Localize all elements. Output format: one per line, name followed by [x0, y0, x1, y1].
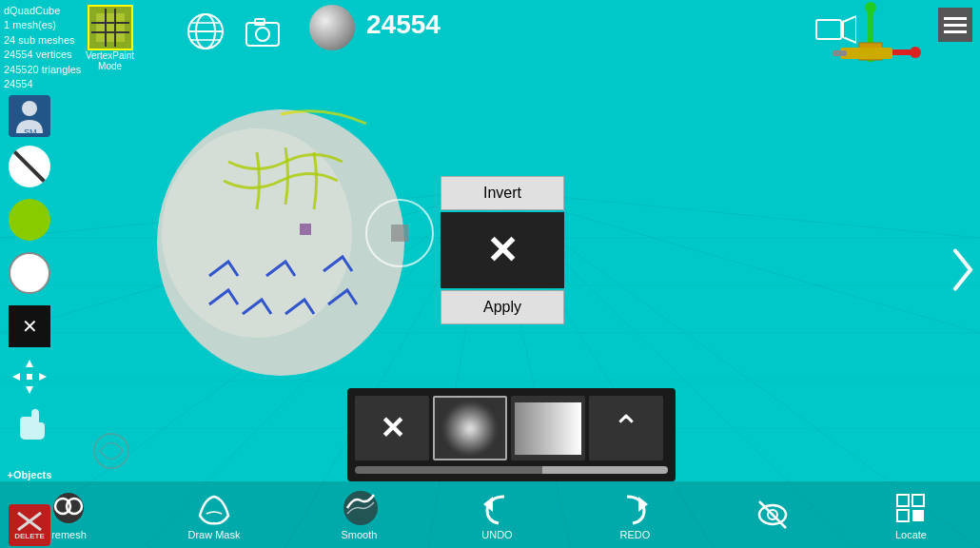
- draw-mask-icon-wrap: [195, 489, 233, 527]
- vertices: 24554 vertices: [4, 49, 72, 60]
- left-sidebar: SM ✕ +Objects: [0, 95, 59, 546]
- hand-button[interactable]: [9, 403, 50, 445]
- globe-icon-wrap[interactable]: [186, 11, 225, 55]
- info-panel: dQuadCube 1 mesh(es) 24 sub meshes 24554…: [4, 4, 81, 91]
- avatar-button[interactable]: SM: [9, 95, 50, 137]
- white-circle-button[interactable]: [6, 249, 53, 297]
- apply-button[interactable]: Apply: [441, 290, 564, 324]
- svg-rect-18: [96, 13, 125, 42]
- hamburger-line: [944, 30, 967, 33]
- svg-point-34: [865, 2, 876, 13]
- 3d-model-svg: [133, 86, 438, 381]
- svg-rect-52: [300, 224, 311, 235]
- right-chevron-icon: [950, 246, 976, 294]
- black-square-button[interactable]: ✕: [6, 303, 53, 350]
- svg-point-40: [22, 101, 37, 116]
- eye-hide-icon: [754, 496, 792, 534]
- locate-icon-wrap: [892, 489, 930, 527]
- remesh-button[interactable]: remesh: [49, 489, 88, 540]
- small-icon: [90, 430, 133, 473]
- remesh-icon-wrap: [49, 489, 88, 527]
- remesh-label: remesh: [51, 529, 87, 540]
- hide-button[interactable]: [754, 496, 792, 534]
- svg-marker-45: [39, 373, 47, 381]
- smooth-icon: [340, 487, 378, 529]
- undo-label: UNDO: [481, 529, 512, 540]
- invert-preview: ✕: [441, 212, 564, 288]
- invert-popup: Invert ✕ Apply: [441, 176, 564, 324]
- person-icon: SM: [14, 99, 45, 133]
- move-icon: [10, 358, 49, 396]
- hide-icon-wrap: [754, 496, 792, 534]
- video-camera-icon: [814, 14, 856, 49]
- thumb-icon: [12, 407, 47, 441]
- svg-rect-46: [27, 374, 32, 380]
- draw-mask-icon: [195, 489, 233, 527]
- brush-gradient-button[interactable]: [511, 396, 585, 460]
- brush-chevron-button[interactable]: ⌃: [589, 396, 663, 460]
- svg-rect-65: [912, 495, 924, 506]
- slash-button[interactable]: [6, 143, 53, 190]
- smooth-button[interactable]: Smooth: [340, 489, 378, 540]
- redo-button[interactable]: REDO: [616, 489, 654, 540]
- sub-meshes: 24 sub meshes: [4, 34, 75, 46]
- vertex-count-display: 24554: [366, 10, 441, 40]
- sphere-preview: [309, 5, 355, 50]
- vertex-id: 24554: [4, 78, 33, 89]
- green-circle-button[interactable]: [6, 196, 53, 244]
- video-camera-wrap[interactable]: [814, 14, 856, 52]
- brush-chevron-icon: ⌃: [612, 408, 640, 448]
- brush-x-icon: ✕: [380, 410, 405, 446]
- svg-text:SM: SM: [24, 127, 37, 133]
- right-arrow-button[interactable]: [950, 246, 976, 303]
- mesh-count: 1 mesh(es): [4, 19, 56, 30]
- brush-row: ✕ ⌃: [355, 396, 668, 460]
- svg-marker-44: [12, 373, 20, 381]
- svg-marker-42: [26, 360, 33, 367]
- svg-rect-64: [897, 495, 909, 506]
- draw-mask-label: Draw Mask: [187, 529, 240, 540]
- vertex-paint-label: VertexPaint: [86, 50, 134, 61]
- brush-x-button[interactable]: ✕: [355, 396, 429, 460]
- locate-button[interactable]: Locate: [892, 489, 930, 540]
- undo-button[interactable]: UNDO: [478, 489, 516, 540]
- svg-point-29: [256, 28, 269, 41]
- hamburger-menu-button[interactable]: [938, 8, 972, 42]
- svg-point-55: [53, 493, 84, 523]
- redo-label: REDO: [620, 529, 651, 540]
- move-button[interactable]: [9, 356, 50, 398]
- bottom-toolbar: remesh Draw Mask Smooth: [0, 481, 980, 548]
- white-circle-icon: [9, 252, 50, 294]
- slash-icon: [9, 146, 50, 187]
- remesh-icon: [49, 489, 88, 527]
- camera-icon: [243, 11, 283, 51]
- add-objects-label: +Objects: [8, 469, 52, 480]
- draw-mask-button[interactable]: Draw Mask: [187, 489, 240, 540]
- svg-rect-31: [816, 20, 841, 39]
- triangles: 245520 triangles: [4, 64, 81, 75]
- hamburger-line: [944, 24, 967, 27]
- brush-noise-icon: [441, 402, 499, 455]
- locate-icon: [892, 489, 930, 527]
- svg-marker-43: [26, 386, 33, 394]
- invert-button[interactable]: Invert: [441, 176, 564, 210]
- app-title: dQuadCube: [4, 5, 60, 16]
- brush-panel: ✕ ⌃: [347, 388, 676, 481]
- brush-noise-button[interactable]: [433, 396, 507, 460]
- smooth-icon-wrap: [340, 489, 378, 527]
- redo-icon: [616, 489, 654, 527]
- green-circle-icon: [9, 199, 50, 241]
- svg-point-36: [910, 47, 921, 58]
- smooth-label: Smooth: [342, 529, 378, 540]
- black-square-icon: ✕: [9, 305, 50, 347]
- locate-label: Locate: [895, 529, 927, 540]
- 3d-object: [133, 86, 438, 384]
- vertex-paint-preview: [88, 5, 133, 50]
- svg-rect-28: [246, 23, 279, 46]
- brush-gradient-icon: [515, 402, 581, 455]
- brush-size-slider[interactable]: [355, 466, 668, 474]
- camera-icon-wrap[interactable]: [243, 11, 283, 55]
- vertex-paint-panel: VertexPaint Mode: [86, 5, 134, 71]
- vertex-paint-icon: [91, 9, 129, 47]
- mode-label: Mode: [98, 61, 122, 71]
